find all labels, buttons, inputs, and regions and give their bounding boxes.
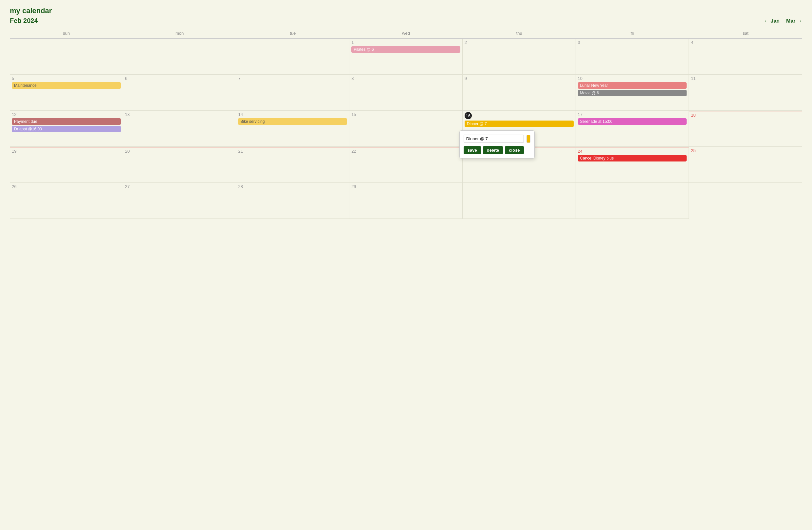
day-cell-feb26[interactable]: 26 [10, 183, 123, 219]
day-number-2: 2 [465, 40, 574, 45]
day-header-tue: tue [236, 28, 349, 39]
day-cell-feb28[interactable]: 28 [236, 183, 349, 219]
event-lunar-new-year[interactable]: Lunar New Year [578, 82, 687, 89]
day-number-4: 4 [691, 40, 800, 45]
day-cell-feb29[interactable]: 29 [349, 183, 463, 219]
event-movie[interactable]: Movie @ 6 [578, 90, 687, 96]
day-number-18: 18 [691, 113, 800, 118]
day-cell-feb20[interactable]: 20 [123, 147, 236, 183]
day-cell-feb3[interactable]: 3 [576, 39, 689, 75]
nav-links: ← Jan Mar → [764, 18, 802, 24]
day-number-27: 27 [125, 184, 234, 189]
calendar-grid: sun mon tue wed thu fri sat 1 Pilates @ … [10, 28, 802, 219]
day-header-sat: sat [689, 28, 802, 39]
day-number-1: 1 [351, 40, 460, 45]
day-header-wed: wed [349, 28, 463, 39]
delete-button[interactable]: delete [483, 146, 503, 154]
day-number-10: 10 [578, 76, 687, 81]
day-cell-feb5[interactable]: 5 Maintenance [10, 75, 123, 111]
prev-month-link[interactable]: ← Jan [764, 18, 780, 24]
day-cell-feb10[interactable]: 10 Lunar New Year Movie @ 6 [576, 75, 689, 111]
close-button[interactable]: close [505, 146, 524, 154]
day-cell-feb21[interactable]: 21 [236, 147, 349, 183]
empty-sat-w5 [576, 183, 689, 219]
event-edit-input[interactable] [464, 134, 524, 143]
edit-popup-buttons: save delete close [464, 146, 531, 154]
day-number-14: 14 [238, 112, 347, 117]
day-cell-feb19[interactable]: 19 [10, 147, 123, 183]
day-cell-feb4[interactable]: 4 [689, 39, 802, 75]
empty-tue-w1 [236, 39, 349, 75]
day-cell-feb15[interactable]: 15 [349, 111, 463, 147]
color-picker-swatch[interactable] [526, 135, 531, 143]
day-number-8: 8 [351, 76, 460, 81]
day-header-sun: sun [10, 28, 123, 39]
empty-sun-w1 [10, 39, 123, 75]
day-number-5: 5 [12, 76, 121, 81]
day-number-13: 13 [125, 112, 234, 117]
day-cell-feb11[interactable]: 11 [689, 75, 802, 111]
event-payment-due[interactable]: Payment due [12, 118, 121, 125]
day-number-25: 25 [691, 148, 800, 153]
day-cell-feb25[interactable]: 25 [689, 147, 802, 183]
day-header-thu: thu [463, 28, 576, 39]
day-number-20: 20 [125, 149, 234, 154]
day-number-28: 28 [238, 184, 347, 189]
day-cell-feb17[interactable]: 17 Serenade at 15:00 [576, 111, 689, 147]
day-cell-feb16[interactable]: 16 Dinner @ 7 save delete close [463, 111, 576, 147]
month-navigation: Feb 2024 ← Jan Mar → [10, 17, 802, 25]
day-number-21: 21 [238, 149, 347, 154]
next-month-link[interactable]: Mar → [786, 18, 802, 24]
day-number-3: 3 [578, 40, 687, 45]
day-header-mon: mon [123, 28, 236, 39]
day-cell-feb14[interactable]: 14 Bike servicing [236, 111, 349, 147]
day-cell-feb9[interactable]: 9 [463, 75, 576, 111]
day-cell-feb6[interactable]: 6 [123, 75, 236, 111]
day-number-29: 29 [351, 184, 460, 189]
day-number-7: 7 [238, 76, 347, 81]
day-cell-feb12[interactable]: 12 Payment due Dr appt @16:00 [10, 111, 123, 147]
day-cell-feb27[interactable]: 27 [123, 183, 236, 219]
empty-mon-w1 [123, 39, 236, 75]
event-dr-appt[interactable]: Dr appt @16:00 [12, 126, 121, 132]
day-cell-feb18[interactable]: 18 [689, 111, 802, 147]
edit-popup: save delete close [459, 130, 535, 159]
day-number-16: 16 [465, 112, 472, 119]
day-header-fri: fri [576, 28, 689, 39]
day-cell-feb13[interactable]: 13 [123, 111, 236, 147]
day-cell-feb24[interactable]: 24 Cancel Disney plus [576, 147, 689, 183]
event-serenade[interactable]: Serenade at 15:00 [578, 118, 687, 125]
day-number-15: 15 [351, 112, 460, 117]
day-number-22: 22 [351, 149, 460, 154]
day-cell-feb1[interactable]: 1 Pilates @ 6 [349, 39, 463, 75]
app-title: my calendar [10, 6, 802, 15]
day-number-26: 26 [12, 184, 121, 189]
month-label: Feb 2024 [10, 17, 38, 25]
day-number-6: 6 [125, 76, 234, 81]
event-dinner[interactable]: Dinner @ 7 [465, 120, 574, 127]
edit-popup-row [464, 134, 531, 143]
save-button[interactable]: save [464, 146, 481, 154]
day-number-19: 19 [12, 149, 121, 154]
empty-fri-w5 [463, 183, 576, 219]
day-number-9: 9 [465, 76, 574, 81]
day-number-12: 12 [12, 112, 121, 117]
day-number-11: 11 [691, 76, 800, 81]
event-cancel-disney[interactable]: Cancel Disney plus [578, 155, 687, 161]
day-cell-feb2[interactable]: 2 [463, 39, 576, 75]
day-cell-feb22[interactable]: 22 [349, 147, 463, 183]
event-bike-servicing[interactable]: Bike servicing [238, 118, 347, 125]
day-cell-feb7[interactable]: 7 [236, 75, 349, 111]
event-pilates[interactable]: Pilates @ 6 [351, 46, 460, 53]
day-number-17: 17 [578, 112, 687, 117]
event-maintenance[interactable]: Maintenance [12, 82, 121, 89]
day-cell-feb8[interactable]: 8 [349, 75, 463, 111]
day-number-24: 24 [578, 149, 687, 154]
